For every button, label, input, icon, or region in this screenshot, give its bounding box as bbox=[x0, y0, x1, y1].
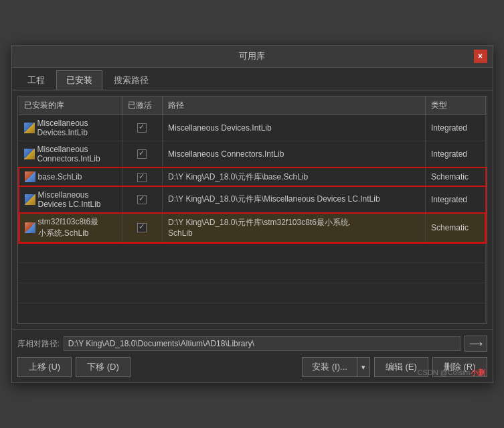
path-label: 库相对路径: bbox=[17, 338, 60, 350]
col-header-name: 已安装的库 bbox=[19, 96, 122, 115]
table-row-empty bbox=[19, 263, 486, 283]
path-row: 库相对路径: ⟶ bbox=[17, 336, 487, 352]
tab-bar: 工程 已安装 搜索路径 bbox=[12, 68, 493, 90]
tab-search-path[interactable]: 搜索路径 bbox=[104, 70, 159, 90]
table-row-empty bbox=[19, 303, 486, 324]
active-checkbox[interactable] bbox=[137, 195, 147, 204]
action-row: 上移 (U) 下移 (D) 安装 (I)... ▾ 编辑 (E) 删除 (R) bbox=[17, 357, 487, 377]
active-checkbox[interactable] bbox=[137, 149, 147, 159]
title-bar: 可用库 × bbox=[12, 46, 493, 68]
col-header-active: 已激活 bbox=[122, 96, 162, 115]
table-header-row: 已安装的库 已激活 路径 类型 bbox=[19, 96, 486, 115]
watermark-highlight: 小删 bbox=[471, 368, 485, 376]
available-libraries-dialog: 可用库 × 工程 已安装 搜索路径 已安装的库 已激活 路径 类型 bbox=[11, 45, 493, 384]
lib-type-cell: Schematic bbox=[426, 167, 486, 187]
lib-name: stm32f103c8t6最小系统.SchLib bbox=[38, 216, 99, 239]
path-input[interactable] bbox=[64, 336, 460, 351]
install-button-group: 安装 (I)... ▾ bbox=[302, 357, 370, 377]
lib-name: base.SchLib bbox=[38, 172, 82, 182]
lib-active-cell[interactable] bbox=[122, 115, 162, 141]
lib-icon-int bbox=[24, 149, 35, 159]
lib-path-cell: D:\Y King\AD_18.0\元件库\base.SchLib bbox=[162, 167, 425, 187]
lib-path-cell: D:\Y King\AD_18.0\元件库\stm32f103c8t6最小系统.… bbox=[162, 212, 425, 243]
lib-type-cell: Integrated bbox=[426, 115, 486, 141]
lib-active-cell[interactable] bbox=[122, 212, 162, 243]
close-button[interactable]: × bbox=[474, 50, 487, 63]
table-row[interactable]: MiscellaneousDevices.IntLib Miscellaneou… bbox=[19, 115, 486, 141]
watermark: CSDN @Coisim小删 bbox=[417, 368, 485, 378]
lib-name-cell: MiscellaneousConnectors.IntLib bbox=[19, 141, 122, 167]
table-row[interactable]: base.SchLib D:\Y King\AD_18.0\元件库\base.S… bbox=[19, 167, 486, 187]
table-row-empty bbox=[19, 283, 486, 303]
lib-type-cell: Integrated bbox=[426, 186, 486, 212]
install-dropdown-button[interactable]: ▾ bbox=[357, 357, 370, 377]
lib-name-cell: base.SchLib bbox=[19, 167, 122, 187]
lib-icon-sch bbox=[25, 171, 35, 182]
active-checkbox[interactable] bbox=[137, 173, 147, 182]
lib-icon-int bbox=[25, 194, 35, 205]
lib-active-cell[interactable] bbox=[122, 141, 162, 167]
lib-icon-int bbox=[24, 123, 35, 133]
tab-project[interactable]: 工程 bbox=[17, 70, 55, 90]
install-button[interactable]: 安装 (I)... bbox=[302, 357, 357, 377]
table-row-empty bbox=[19, 243, 486, 263]
lib-name-cell: MiscellaneousDevices.IntLib bbox=[19, 115, 122, 141]
tab-installed[interactable]: 已安装 bbox=[56, 70, 102, 90]
lib-name-cell: stm32f103c8t6最小系统.SchLib bbox=[19, 212, 122, 243]
table-row[interactable]: MiscellaneousDevices LC.IntLib D:\Y King… bbox=[19, 186, 486, 212]
col-header-type: 类型 bbox=[426, 96, 486, 115]
lib-active-cell[interactable] bbox=[122, 186, 162, 212]
lib-type-cell: Integrated bbox=[426, 141, 486, 167]
dialog-title: 可用库 bbox=[31, 50, 474, 62]
lib-name-cell: MiscellaneousDevices LC.IntLib bbox=[19, 186, 122, 212]
lib-name: MiscellaneousDevices LC.IntLib bbox=[38, 190, 101, 209]
table-row[interactable]: MiscellaneousConnectors.IntLib Miscellan… bbox=[19, 141, 486, 167]
lib-name: MiscellaneousConnectors.IntLib bbox=[37, 145, 100, 163]
lib-path-cell: D:\Y King\AD_18.0\元件库\Miscellaneous Devi… bbox=[162, 186, 425, 212]
lib-path-cell: Miscellaneous Devices.IntLib bbox=[162, 115, 425, 141]
table-row[interactable]: stm32f103c8t6最小系统.SchLib D:\Y King\AD_18… bbox=[19, 212, 486, 243]
library-table: 已安装的库 已激活 路径 类型 Miscellaneou bbox=[18, 96, 487, 324]
lib-path-cell: Miscellaneous Connectors.IntLib bbox=[162, 141, 425, 167]
content-area: 已安装的库 已激活 路径 类型 Miscellaneou bbox=[12, 90, 493, 330]
library-table-container: 已安装的库 已激活 路径 类型 Miscellaneou bbox=[17, 96, 487, 325]
move-up-button[interactable]: 上移 (U) bbox=[17, 357, 72, 377]
lib-name: MiscellaneousDevices.IntLib bbox=[37, 119, 88, 137]
col-header-path: 路径 bbox=[162, 96, 425, 115]
active-checkbox[interactable] bbox=[137, 223, 147, 232]
lib-active-cell[interactable] bbox=[122, 167, 162, 187]
path-browse-button[interactable]: ⟶ bbox=[465, 336, 487, 352]
lib-type-cell: Schematic bbox=[426, 212, 486, 243]
lib-icon-sch bbox=[25, 222, 35, 233]
move-down-button[interactable]: 下移 (D) bbox=[76, 357, 131, 377]
active-checkbox[interactable] bbox=[137, 123, 147, 133]
